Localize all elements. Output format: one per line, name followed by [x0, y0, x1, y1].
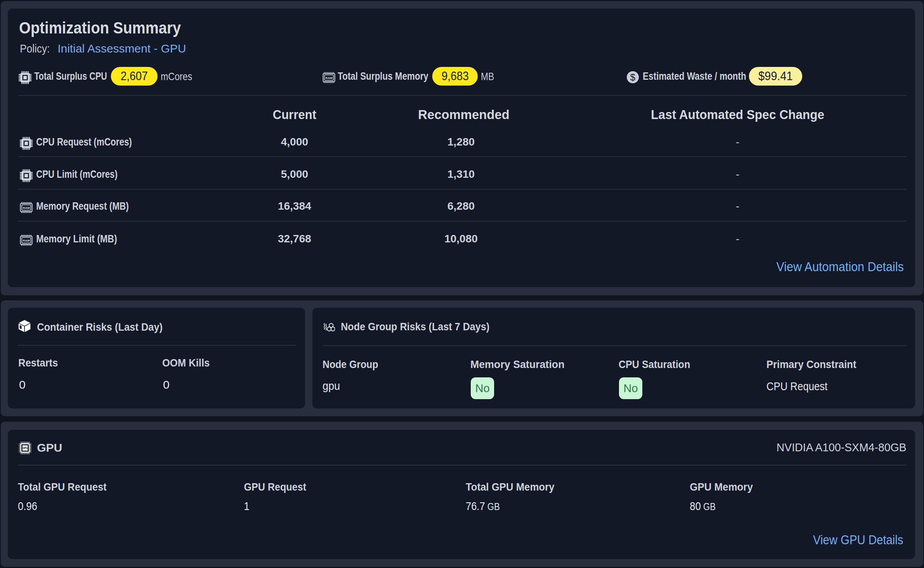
- svg-text:RAM: RAM: [325, 76, 333, 80]
- svg-text:RAM: RAM: [23, 206, 30, 210]
- svg-text:GPU: GPU: [22, 446, 28, 450]
- svg-text:$: $: [630, 72, 635, 82]
- svg-text:RAM: RAM: [23, 239, 30, 242]
